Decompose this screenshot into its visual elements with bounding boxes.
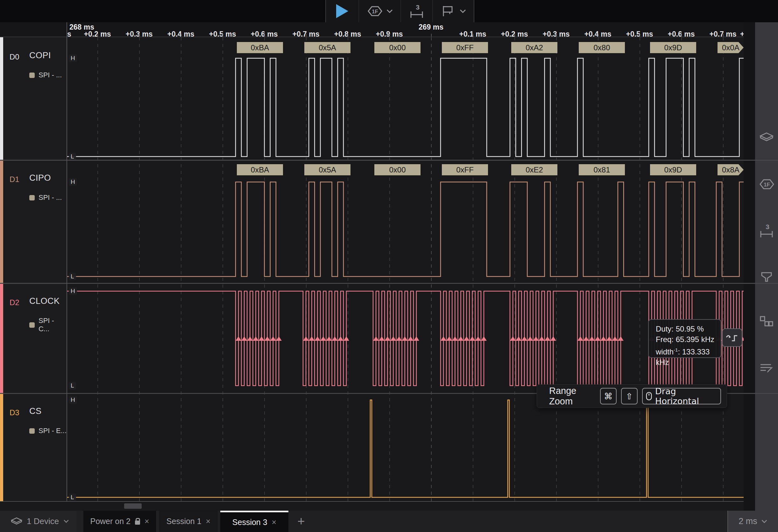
channel-color-stripe — [0, 283, 3, 393]
ruler-tick — [139, 34, 140, 36]
play-icon — [336, 4, 348, 18]
waveform-area[interactable]: 0xBA0x5A0x000xFF0xA20x800x9D0x0A0xBA0x5A… — [67, 37, 744, 501]
close-tab-button[interactable]: × — [206, 517, 211, 526]
ruler-tick — [723, 34, 723, 36]
hex-frame-chip[interactable]: 0x9D — [650, 164, 696, 175]
hex-frame-chip[interactable]: 0x9D — [650, 42, 696, 53]
rising-edge-marker — [309, 336, 314, 341]
timescale-value: 2 ms — [738, 516, 757, 526]
ruler-tick — [473, 34, 473, 36]
channel-label-d3[interactable]: D3CSSPI - E... — [0, 393, 67, 501]
measurements-panel-button[interactable]: 3 — [759, 224, 775, 239]
extensions-panel-button[interactable] — [760, 316, 774, 330]
hex-frame-chip[interactable]: 0x8A — [717, 164, 744, 175]
hexagon-1f-icon: 1F — [367, 4, 383, 18]
horizontal-scrollbar-thumb[interactable] — [124, 503, 142, 509]
channel-name: CS — [29, 406, 42, 416]
tab-power-on-2[interactable]: Power on 2 × — [83, 511, 156, 532]
analyzer-name: SPI - E... — [38, 427, 67, 435]
channel-label-d1[interactable]: D1CIPOSPI - ... — [0, 160, 67, 283]
rising-edge-marker — [343, 336, 349, 341]
analyzer-color-swatch — [29, 195, 35, 200]
analyzer-tag[interactable]: SPI - E... — [29, 427, 67, 435]
rising-edge-marker — [527, 336, 533, 341]
ruler-tick — [223, 34, 223, 36]
play-button[interactable] — [326, 0, 359, 22]
measure-ruler-icon: 3 — [409, 4, 425, 18]
shift-keycap: ⇧ — [621, 388, 638, 405]
timescale-selector[interactable]: 2 ms — [727, 511, 778, 532]
vertical-scroll-gutter[interactable] — [744, 22, 755, 511]
rising-edge-marker — [583, 336, 589, 341]
ruler-tick — [347, 34, 348, 36]
close-tab-button[interactable]: × — [145, 517, 149, 526]
ruler-tick — [181, 34, 181, 36]
ruler-tick — [97, 34, 98, 36]
row-divider[interactable] — [0, 283, 778, 284]
logic-analyzer-window: 1F 3 — [0, 0, 778, 532]
tab-session-1[interactable]: Session 1 × — [159, 511, 218, 532]
tab-session-3[interactable]: Session 3 × — [220, 511, 289, 532]
channel-id: D3 — [10, 408, 19, 417]
timing-markers-button[interactable] — [433, 0, 474, 22]
plot-bottom-edge — [0, 501, 744, 502]
rising-edge-marker — [390, 336, 396, 341]
rising-edge-marker — [320, 336, 326, 341]
channel-label-d0[interactable]: D0COPISPI - ... — [0, 37, 67, 160]
gridline — [723, 37, 723, 501]
channel-label-panel: D0COPISPI - ...D1CIPOSPI - ...D2CLOCKSPI… — [0, 37, 67, 501]
svg-text:3: 3 — [766, 224, 769, 230]
measure-ruler-icon: 3 — [759, 224, 775, 238]
protocol-analyzer-button[interactable]: 1F — [359, 0, 401, 22]
analyzer-tag[interactable]: SPI - ... — [29, 193, 62, 202]
channel-name: CIPO — [29, 173, 51, 183]
hex-frame-chip[interactable]: 0x0A — [717, 42, 744, 53]
hex-frame-chip[interactable]: 0xE2 — [511, 164, 557, 175]
hex-frame-chip[interactable]: 0xFF — [442, 42, 488, 53]
add-session-button[interactable]: + — [292, 511, 311, 532]
hex-frame-chip[interactable]: 0x00 — [374, 42, 420, 53]
pulse-measure-button[interactable] — [722, 328, 742, 347]
rising-edge-marker — [270, 336, 276, 341]
rising-edge-marker — [475, 336, 481, 341]
rising-edge-marker — [577, 336, 583, 341]
gridline — [556, 37, 557, 501]
ruler-tick — [515, 34, 515, 36]
measurements-button[interactable]: 3 — [401, 0, 433, 22]
devices-panel-button[interactable] — [760, 132, 774, 144]
hex-frame-chip[interactable]: 0xA2 — [511, 42, 557, 53]
device-selector[interactable]: 1 Device — [0, 511, 76, 532]
rising-edge-marker — [516, 336, 522, 341]
rising-edge-marker — [545, 336, 550, 341]
plot-left-edge — [67, 22, 67, 501]
trace-cs — [67, 400, 744, 497]
hex-frame-chip[interactable]: 0x81 — [579, 164, 625, 175]
hex-frame-chip[interactable]: 0x5A — [304, 164, 351, 175]
channel-color-stripe — [0, 393, 3, 501]
level-marker-h: H — [69, 55, 77, 62]
rising-edge-marker — [241, 336, 247, 341]
trace-cipo — [67, 182, 744, 276]
ruler-tick — [598, 34, 599, 36]
rising-edge-marker — [314, 336, 320, 341]
rising-edge-marker — [402, 336, 408, 341]
hex-frame-chip[interactable]: 0xBA — [237, 42, 283, 53]
analyzers-panel-button[interactable]: 1F — [759, 178, 775, 192]
analyzer-tag[interactable]: SPI - ... — [29, 71, 62, 79]
markers-panel-button[interactable] — [760, 271, 773, 284]
analyzer-tag[interactable]: SPI - C... — [29, 317, 67, 333]
hex-frame-chip[interactable]: 0x5A — [304, 42, 351, 53]
rising-edge-marker — [373, 336, 379, 341]
hex-frame-chip[interactable]: 0x00 — [374, 164, 420, 175]
timeline-ruler[interactable]: s268 ms269 ms+0.2 ms+0.3 ms+0.4 ms+0.5 m… — [0, 22, 748, 37]
gridline — [639, 37, 640, 501]
svg-text:1F: 1F — [764, 182, 770, 188]
hex-frame-chip[interactable]: 0xFF — [442, 164, 488, 175]
hex-frame-chip[interactable]: 0xBA — [237, 164, 283, 175]
notes-panel-button[interactable] — [760, 362, 774, 375]
channel-label-d2[interactable]: D2CLOCKSPI - C... — [0, 283, 67, 393]
hex-frame-chip[interactable]: 0x80 — [579, 42, 625, 53]
row-divider[interactable] — [0, 160, 778, 161]
close-tab-button[interactable]: × — [272, 518, 277, 527]
rising-edge-marker — [618, 336, 624, 341]
